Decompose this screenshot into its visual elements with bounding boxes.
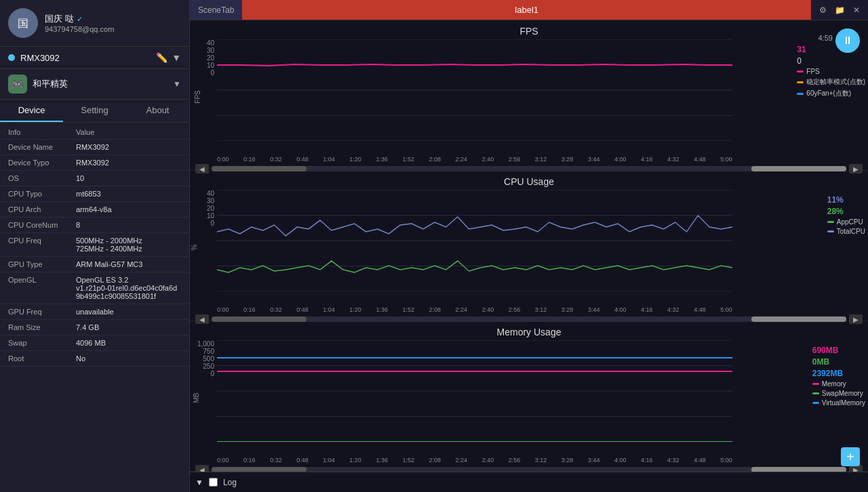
cpu-x-axis: 0:00 0:16 0:32 0:48 1:04 1:20 1:36 1:52 …	[190, 305, 868, 313]
tabs: Device Setting About	[0, 100, 189, 123]
user-info: 国庆 哒 ✓ 943794758@qq.com	[45, 13, 114, 33]
memory-current-3: 2392MB	[812, 369, 865, 378]
log-label: Log	[223, 478, 237, 487]
info-row: CPU Typomt6853	[0, 186, 189, 202]
fps-chart-section: FPS FPS 40 30 20 10 0	[190, 20, 868, 171]
memory-legend-virtual: VirtualMemory	[812, 399, 865, 407]
game-dropdown-arrow[interactable]: ▼	[173, 79, 181, 89]
memory-scrollbar-right-thumb[interactable]	[751, 467, 846, 472]
verified-icon: ✓	[77, 15, 83, 24]
fps-x-axis: 0:00 0:16 0:32 0:48 1:04 1:20 1:36 1:52 …	[190, 155, 868, 163]
fps-legend-60y: 60yFan+(点数)	[797, 89, 865, 98]
memory-chart-section: Memory Usage MB 1,000 750 500 250 0	[190, 321, 868, 472]
left-panel: 国 国庆 哒 ✓ 943794758@qq.com RMX3092 ✏️ ▼ 🎮…	[0, 0, 190, 492]
fps-chart-plot: 31 0 FPS 稳定帧率模式(点数) 60yFan+(点数)	[217, 39, 868, 155]
memory-y-axis: 1,000 750 500 250 0	[190, 340, 217, 391]
info-row: Device TypoRMX3092	[0, 155, 189, 171]
edit-icon[interactable]: ✏️	[156, 52, 167, 63]
tab-about[interactable]: About	[126, 100, 189, 122]
connection-indicator	[8, 54, 15, 61]
info-header: Info Value	[0, 125, 189, 140]
save-icon[interactable]: 📁	[835, 5, 845, 15]
info-row: Swap4096 MB	[0, 335, 189, 351]
cpu-legend: 11% 28% AppCPU TotalCPU	[827, 195, 865, 235]
cpu-legend-app: AppCPU	[827, 218, 865, 226]
cpu-y-axis: 40 30 20 10 0	[190, 190, 217, 241]
device-icons: ✏️ ▼	[156, 52, 181, 63]
label-tab[interactable]: label1	[242, 0, 811, 20]
memory-chart-title: Memory Usage	[190, 327, 868, 337]
bottom-bar: ▼ Log	[190, 472, 868, 492]
charts-area: FPS FPS 40 30 20 10 0	[190, 20, 868, 472]
info-row: Ram Size7.4 GB	[0, 320, 189, 335]
memory-legend-mem: Memory	[812, 380, 865, 388]
cpu-chart-container: % 40 30 20 10 0	[190, 190, 868, 305]
game-row: 🎮 和平精英 ▼	[0, 69, 189, 100]
info-row: CPU Archarm64-v8a	[0, 202, 189, 218]
dropdown-icon-bottom[interactable]: ▼	[195, 478, 203, 487]
device-name-label: RMX3092	[20, 53, 151, 63]
info-row: OS10	[0, 171, 189, 186]
cpu-y-axis-label: %	[191, 245, 198, 251]
dropdown-icon[interactable]: ▼	[172, 52, 181, 63]
fps-current-2: 0	[797, 56, 865, 66]
memory-legend: 690MB 0MB 2392MB Memory SwapMemory	[812, 346, 865, 407]
info-row: Device NameRMX3092	[0, 140, 189, 155]
fps-y-axis-label: FPS	[194, 90, 201, 103]
fps-current-1: 31	[797, 45, 865, 54]
add-button[interactable]: +	[841, 447, 860, 466]
fps-legend: 31 0 FPS 稳定帧率模式(点数) 60yFan+(点数)	[797, 45, 865, 98]
memory-chart-container: MB 1,000 750 500 250 0	[190, 340, 868, 455]
memory-scroll-left[interactable]: ◀	[195, 465, 209, 472]
memory-x-axis: 0:00 0:16 0:32 0:48 1:04 1:20 1:36 1:52 …	[190, 455, 868, 464]
top-icons: ⚙ 📁 ✕	[811, 5, 868, 15]
info-row: GPU TypeARM Mali-G57 MC3	[0, 257, 189, 272]
memory-scrollbar: ◀ ▶	[190, 464, 868, 472]
cpu-chart-title: CPU Usage	[190, 176, 868, 187]
game-name: 和平精英	[33, 78, 167, 90]
cpu-chart-section: CPU Usage % 40 30 20 10 0	[190, 171, 868, 321]
cpu-total-line	[217, 216, 732, 236]
memory-scrollbar-track[interactable]	[212, 467, 846, 472]
user-section: 国 国庆 哒 ✓ 943794758@qq.com	[0, 0, 189, 47]
fps-line	[217, 64, 732, 66]
log-checkbox[interactable]	[209, 478, 218, 487]
game-icon: 🎮	[8, 75, 27, 94]
tab-setting[interactable]: Setting	[63, 100, 126, 122]
close-icon[interactable]: ✕	[853, 5, 860, 15]
info-table: Info Value Device NameRMX3092Device Typo…	[0, 123, 189, 492]
user-email: 943794758@qq.com	[45, 25, 114, 33]
memory-chart-plot: 690MB 0MB 2392MB Memory SwapMemory	[217, 340, 868, 455]
scene-tab[interactable]: SceneTab	[190, 0, 242, 20]
fps-legend-stable: 稳定帧率模式(点数)	[797, 77, 865, 87]
memory-current-2: 0MB	[812, 357, 865, 367]
device-row: RMX3092 ✏️ ▼	[0, 47, 189, 69]
memory-scrollbar-thumb[interactable]	[212, 467, 307, 472]
memory-current-1: 690MB	[812, 346, 865, 355]
memory-y-axis-label: MB	[193, 393, 200, 403]
fps-chart-title: FPS	[190, 26, 868, 37]
info-row: RootNo	[0, 351, 189, 367]
settings-icon[interactable]: ⚙	[819, 5, 827, 15]
cpu-app-line	[217, 261, 732, 272]
user-name: 国庆 哒 ✓	[45, 13, 114, 25]
cpu-current-1: 11%	[827, 195, 865, 205]
memory-legend-swap: SwapMemory	[812, 390, 865, 397]
cpu-current-2: 28%	[827, 207, 865, 216]
cpu-chart-plot: 11% 28% AppCPU TotalCPU	[217, 190, 868, 305]
info-row: CPU CoreNum8	[0, 218, 189, 233]
info-row: CPU Freq500MHz - 2000MHz725MHz - 2400MHz	[0, 233, 189, 257]
avatar: 国	[8, 8, 38, 38]
cpu-legend-total: TotalCPU	[827, 228, 865, 235]
tab-device[interactable]: Device	[0, 100, 63, 122]
top-bar: SceneTab label1 ⚙ 📁 ✕	[190, 0, 868, 20]
fps-legend-fps: FPS	[797, 68, 865, 75]
right-panel: SceneTab label1 ⚙ 📁 ✕ ⏸ 4:59 FPS FPS 40 …	[190, 0, 868, 492]
info-row: GPU Frequnavailable	[0, 304, 189, 320]
fps-y-axis: 40 30 20 10 0	[190, 39, 217, 90]
info-row: OpenGLOpenGL ES 3.2v1.r21p0-01rel0.d6ec0…	[0, 272, 189, 304]
svg-text:国: 国	[18, 18, 28, 29]
fps-chart-container: FPS 40 30 20 10 0	[190, 39, 868, 155]
